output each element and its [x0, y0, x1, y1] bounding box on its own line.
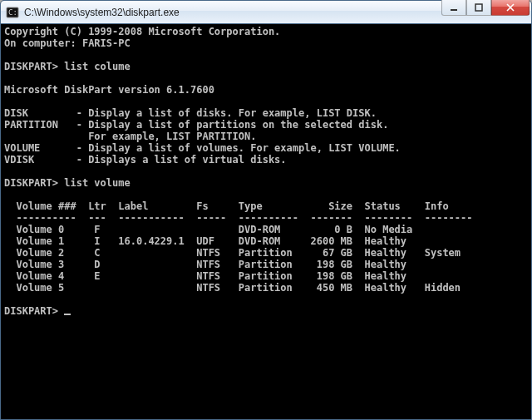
maximize-icon — [475, 3, 483, 12]
app-icon: C: — [6, 6, 19, 19]
minimize-button[interactable] — [441, 0, 466, 16]
close-icon — [505, 3, 515, 12]
svg-rect-3 — [475, 4, 482, 11]
window-title: C:\Windows\system32\diskpart.exe — [24, 7, 441, 18]
minimize-icon — [450, 3, 458, 12]
window-controls — [441, 0, 530, 16]
console-output[interactable]: Copyright (C) 1999-2008 Microsoft Corpor… — [1, 24, 531, 419]
cursor — [64, 314, 71, 315]
console-window: C: C:\Windows\system32\diskpart.exe Copy… — [0, 0, 532, 420]
titlebar[interactable]: C: C:\Windows\system32\diskpart.exe — [1, 1, 531, 24]
svg-rect-2 — [451, 9, 457, 11]
svg-text:C:: C: — [8, 8, 17, 17]
close-button[interactable] — [491, 0, 530, 16]
maximize-button[interactable] — [466, 0, 491, 16]
